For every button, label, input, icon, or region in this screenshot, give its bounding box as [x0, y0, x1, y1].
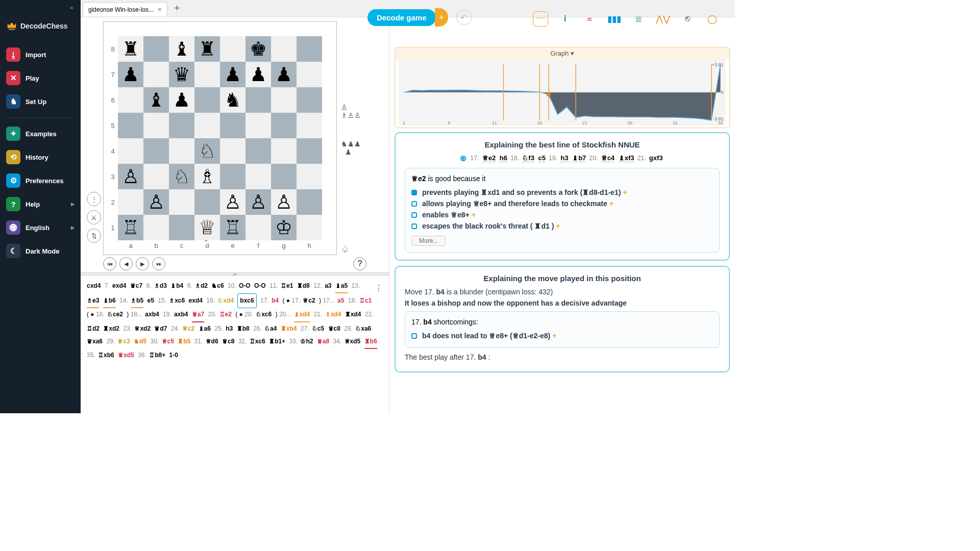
stockfish-icon[interactable]: ∝ [582, 11, 597, 27]
square-h5[interactable] [297, 113, 322, 138]
prev-move-button[interactable]: ◀ [119, 257, 133, 270]
eval-graph[interactable]: Graph ▾ 16111621263136+3.810-3.81 [395, 47, 730, 128]
sidebar-item-language[interactable]: 🌐︎English▶ [0, 216, 81, 239]
square-g1[interactable]: ♔ [271, 215, 297, 240]
square-b8[interactable] [143, 36, 169, 62]
square-b7[interactable] [143, 62, 169, 87]
reason-item[interactable]: enables ♕e8++ [411, 209, 713, 220]
plus-icon[interactable]: + [623, 188, 627, 196]
graph-title[interactable]: Graph ▾ [395, 47, 729, 59]
square-c6[interactable]: ♟ [169, 87, 194, 113]
sidebar-item-setup[interactable]: ♞Set Up [0, 90, 81, 113]
square-e1[interactable]: ♖ [220, 215, 246, 240]
square-f4[interactable] [246, 138, 271, 164]
swords-button[interactable]: ⚔ [87, 210, 101, 224]
graph-toggle-icon[interactable]: 〰 [533, 11, 548, 27]
user-icon[interactable]: ◯ [704, 11, 720, 27]
info-icon[interactable]: i [557, 11, 573, 27]
square-d4[interactable]: ♘ [194, 138, 220, 164]
square-d6[interactable] [194, 87, 220, 113]
help-button[interactable]: ? [353, 257, 366, 270]
sidebar-item-help[interactable]: ?Help▶ [0, 192, 81, 216]
square-b4[interactable] [143, 138, 169, 164]
square-f6[interactable] [246, 87, 271, 113]
square-f7[interactable]: ♟ [246, 62, 271, 87]
square-f2[interactable]: ♙ [246, 189, 271, 215]
reason-item[interactable]: prevents playing ♜xd1 and so prevents a … [411, 187, 713, 198]
square-g8[interactable] [271, 36, 297, 62]
pulse-icon[interactable]: ⋀⋁ [655, 11, 671, 27]
sidebar-collapse-icon[interactable]: « [0, 3, 81, 12]
more-button[interactable]: More... [411, 236, 446, 246]
sidebar-item-darkmode[interactable]: ☾Dark Mode [0, 239, 81, 263]
square-d1[interactable]: ♕ [194, 215, 220, 240]
square-f1[interactable] [246, 215, 271, 240]
sidebar-item-play[interactable]: ✕Play [0, 66, 81, 90]
square-e2[interactable]: ♙ [220, 189, 246, 215]
shortcoming-item[interactable]: b4 does not lead to ♕e8+ (♕d1-e2-e8)+ [411, 330, 713, 341]
moves-list[interactable]: ⋮ cxd4 7. exd4 ♛c7 8. ♗d3 ♝b4 9. ♗d2 ♞c6… [81, 276, 389, 413]
last-move-button[interactable]: ⏭ [152, 257, 165, 270]
square-c5[interactable] [169, 113, 194, 138]
square-h7[interactable] [297, 62, 322, 87]
square-a8[interactable]: ♜ [118, 36, 143, 62]
chess-board[interactable]: 8♜♝♜♚7♟♛♟♟♟6♝♟♞54♘3♙♘♗2♙♙♙♙1♖♕♖♔abcdefgh [106, 24, 334, 253]
square-b1[interactable] [143, 215, 169, 240]
square-d5[interactable] [194, 113, 220, 138]
add-tab-button[interactable]: + [170, 2, 184, 15]
square-g6[interactable] [271, 87, 297, 113]
flip-button[interactable]: ⇅ [87, 229, 101, 243]
square-d3[interactable]: ♗ [194, 164, 220, 189]
square-e7[interactable]: ♟ [220, 62, 246, 87]
square-b5[interactable] [143, 113, 169, 138]
square-c2[interactable] [169, 189, 194, 215]
square-a1[interactable]: ♖ [118, 215, 143, 240]
square-b6[interactable]: ♝ [143, 87, 169, 113]
square-e3[interactable] [220, 164, 246, 189]
plus-icon[interactable]: + [472, 211, 476, 219]
square-g3[interactable] [271, 164, 297, 189]
square-f5[interactable] [246, 113, 271, 138]
square-c4[interactable] [169, 138, 194, 164]
logo[interactable]: DecodeChess [0, 12, 81, 43]
square-a3[interactable]: ♙ [118, 164, 143, 189]
square-e6[interactable]: ♞ [220, 87, 246, 113]
square-b2[interactable]: ♙ [143, 189, 169, 215]
square-a2[interactable] [118, 189, 143, 215]
square-g2[interactable]: ♙ [271, 189, 297, 215]
moves-menu-icon[interactable]: ⋮ [375, 280, 383, 297]
square-a4[interactable] [118, 138, 143, 164]
square-h8[interactable] [297, 36, 322, 62]
square-e8[interactable] [220, 36, 246, 62]
square-f3[interactable] [246, 164, 271, 189]
square-a6[interactable] [118, 87, 143, 113]
square-c7[interactable]: ♛ [169, 62, 194, 87]
square-d2[interactable] [194, 189, 220, 215]
share-icon[interactable]: ⎋ [680, 11, 695, 27]
square-c3[interactable]: ♘ [169, 164, 194, 189]
square-g4[interactable] [271, 138, 297, 164]
radio-icon[interactable] [460, 156, 466, 161]
best-line-moves[interactable]: 17. ♕e2 h6 18. ♘f3 c5 19. h3 ♝b7 20. ♕c4… [405, 154, 720, 162]
reason-item[interactable]: escapes the black rook's threat ( ♜d1 )+ [411, 220, 713, 232]
square-e5[interactable] [220, 113, 246, 138]
square-c1[interactable] [169, 215, 194, 240]
square-e4[interactable] [220, 138, 246, 164]
square-d7[interactable] [194, 62, 220, 87]
close-icon[interactable]: × [158, 6, 162, 13]
menu-dots-button[interactable]: ⋮ [87, 192, 101, 206]
square-g7[interactable]: ♟ [271, 62, 297, 87]
decode-button[interactable]: Decode game [368, 9, 436, 26]
square-g5[interactable] [271, 113, 297, 138]
square-a5[interactable] [118, 113, 143, 138]
plus-icon[interactable]: + [552, 332, 556, 340]
next-move-button[interactable]: ▶ [136, 257, 149, 270]
square-h1[interactable] [297, 215, 322, 240]
square-h3[interactable] [297, 164, 322, 189]
square-a7[interactable]: ♟ [118, 62, 143, 87]
plus-icon[interactable]: + [556, 222, 560, 230]
bars-icon[interactable]: ▮▮▮ [606, 11, 622, 27]
sidebar-item-history[interactable]: ⟲History [0, 145, 81, 169]
decode-plus-button[interactable]: + [435, 8, 448, 27]
bell-icon[interactable]: ♤ [341, 244, 368, 255]
